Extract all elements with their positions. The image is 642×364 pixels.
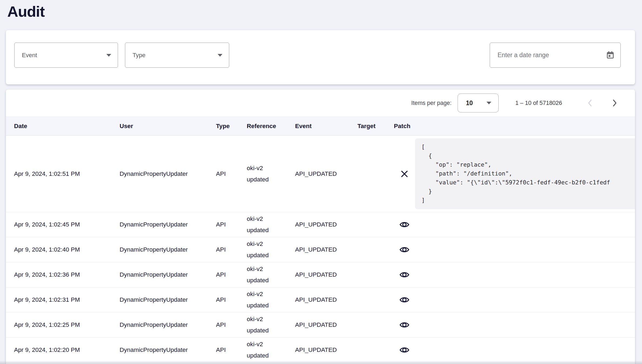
type-cell: API bbox=[216, 321, 247, 328]
date-picker-button[interactable] bbox=[605, 50, 616, 60]
chevron-down-icon bbox=[218, 54, 222, 57]
items-per-page-select[interactable]: 10 bbox=[458, 94, 499, 112]
table-header-row: Date User Type Reference Event Target Pa… bbox=[6, 117, 635, 136]
table-row: Apr 9, 2024, 1:02:51 PMDynamicPropertyUp… bbox=[6, 136, 635, 212]
page-title: Audit bbox=[7, 3, 45, 20]
chevron-down-icon bbox=[486, 102, 491, 104]
user-cell: DynamicPropertyUpdater bbox=[120, 221, 216, 228]
type-cell: API bbox=[216, 221, 247, 228]
table-row: Apr 9, 2024, 1:02:40 PMDynamicPropertyUp… bbox=[6, 237, 635, 262]
reference-cell: oki-v2 updated bbox=[247, 163, 279, 185]
event-cell: API_UPDATED bbox=[295, 296, 357, 303]
column-header-event: Event bbox=[295, 123, 357, 130]
column-header-date: Date bbox=[14, 123, 120, 130]
eye-icon bbox=[399, 321, 410, 329]
type-cell: API bbox=[216, 170, 247, 177]
column-header-patch: Patch bbox=[394, 123, 415, 130]
table-row: Apr 9, 2024, 1:02:45 PMDynamicPropertyUp… bbox=[6, 212, 635, 237]
reference-cell: oki-v2 updated bbox=[247, 289, 279, 311]
type-filter-label: Type bbox=[133, 52, 146, 59]
date-cell: Apr 9, 2024, 1:02:40 PM bbox=[14, 246, 120, 253]
collapse-patch-button[interactable] bbox=[399, 169, 410, 179]
pagination-bar: Items per page: 10 1 – 10 of 5718026 bbox=[6, 90, 635, 117]
event-cell: API_UPDATED bbox=[295, 321, 357, 328]
patch-cell bbox=[394, 244, 415, 255]
date-cell: Apr 9, 2024, 1:02:36 PM bbox=[14, 271, 120, 278]
next-page-button[interactable] bbox=[609, 97, 620, 109]
patch-cell bbox=[394, 345, 415, 355]
date-cell: Apr 9, 2024, 1:02:51 PM bbox=[14, 170, 120, 177]
audit-table-card: Items per page: 10 1 – 10 of 5718026 Dat… bbox=[6, 90, 635, 364]
eye-icon bbox=[399, 221, 410, 228]
items-per-page-label: Items per page: bbox=[411, 100, 451, 107]
items-per-page-value: 10 bbox=[466, 99, 473, 107]
audit-page: Audit Event Type MM/DD/YYYY – MM/DD/YYY bbox=[0, 0, 642, 364]
view-patch-button[interactable] bbox=[398, 294, 411, 305]
chevron-right-icon bbox=[611, 99, 617, 107]
view-patch-button[interactable] bbox=[398, 219, 411, 230]
user-cell: DynamicPropertyUpdater bbox=[120, 346, 216, 353]
user-cell: DynamicPropertyUpdater bbox=[120, 246, 216, 253]
date-cell: Apr 9, 2024, 1:02:31 PM bbox=[14, 296, 120, 303]
date-range-field bbox=[490, 43, 621, 68]
type-cell: API bbox=[216, 246, 247, 253]
column-header-user: User bbox=[120, 123, 216, 130]
user-cell: DynamicPropertyUpdater bbox=[120, 296, 216, 303]
close-icon bbox=[401, 170, 408, 178]
view-patch-button[interactable] bbox=[398, 244, 411, 255]
user-cell: DynamicPropertyUpdater bbox=[120, 170, 216, 177]
view-patch-button[interactable] bbox=[398, 320, 411, 330]
date-range-input[interactable] bbox=[497, 51, 605, 59]
patch-cell bbox=[394, 294, 415, 305]
event-cell: API_UPDATED bbox=[295, 246, 357, 253]
patch-cell bbox=[394, 169, 415, 179]
prev-page-button[interactable] bbox=[584, 97, 596, 109]
column-header-target: Target bbox=[357, 123, 394, 130]
reference-cell: oki-v2 updated bbox=[247, 238, 279, 261]
eye-icon bbox=[399, 271, 410, 279]
eye-icon bbox=[399, 296, 410, 304]
column-header-type: Type bbox=[216, 123, 247, 130]
patch-code-block: [ { "op": "replace", "path": "/definitio… bbox=[415, 138, 635, 209]
chevron-down-icon bbox=[106, 54, 111, 57]
reference-cell: oki-v2 updated bbox=[247, 339, 279, 361]
event-cell: API_UPDATED bbox=[295, 221, 357, 228]
user-cell: DynamicPropertyUpdater bbox=[120, 271, 216, 278]
event-cell: API_UPDATED bbox=[295, 346, 357, 353]
event-filter-select[interactable]: Event bbox=[14, 43, 118, 68]
type-cell: API bbox=[216, 296, 247, 303]
table-row: Apr 9, 2024, 1:02:20 PMDynamicPropertyUp… bbox=[6, 338, 635, 363]
reference-cell: oki-v2 updated bbox=[247, 314, 279, 336]
view-patch-button[interactable] bbox=[398, 345, 411, 355]
patch-cell bbox=[394, 219, 415, 230]
type-filter-select[interactable]: Type bbox=[125, 43, 229, 68]
event-cell: API_UPDATED bbox=[295, 271, 357, 278]
patch-cell bbox=[394, 320, 415, 330]
user-cell: DynamicPropertyUpdater bbox=[120, 321, 216, 328]
event-filter-label: Event bbox=[22, 52, 37, 59]
table-row: Apr 9, 2024, 1:02:25 PMDynamicPropertyUp… bbox=[6, 313, 635, 338]
view-patch-button[interactable] bbox=[398, 269, 411, 280]
event-cell: API_UPDATED bbox=[295, 170, 357, 177]
date-cell: Apr 9, 2024, 1:02:25 PM bbox=[14, 321, 120, 328]
date-cell: Apr 9, 2024, 1:02:45 PM bbox=[14, 221, 120, 228]
table-body: Apr 9, 2024, 1:02:51 PMDynamicPropertyUp… bbox=[6, 136, 635, 363]
chevron-left-icon bbox=[587, 99, 593, 107]
type-cell: API bbox=[216, 271, 247, 278]
patch-cell bbox=[394, 269, 415, 280]
calendar-icon bbox=[606, 51, 614, 59]
filter-card: Event Type MM/DD/YYYY – MM/DD/YYYY bbox=[6, 30, 635, 84]
date-cell: Apr 9, 2024, 1:02:20 PM bbox=[14, 346, 120, 353]
reference-cell: oki-v2 updated bbox=[247, 213, 279, 236]
reference-cell: oki-v2 updated bbox=[247, 263, 279, 286]
table-row: Apr 9, 2024, 1:02:31 PMDynamicPropertyUp… bbox=[6, 287, 635, 313]
table-row: Apr 9, 2024, 1:02:36 PMDynamicPropertyUp… bbox=[6, 262, 635, 287]
type-cell: API bbox=[216, 346, 247, 353]
column-header-reference: Reference bbox=[247, 123, 295, 130]
eye-icon bbox=[399, 246, 410, 253]
eye-icon bbox=[399, 346, 410, 354]
pagination-range: 1 – 10 of 5718026 bbox=[515, 100, 562, 107]
